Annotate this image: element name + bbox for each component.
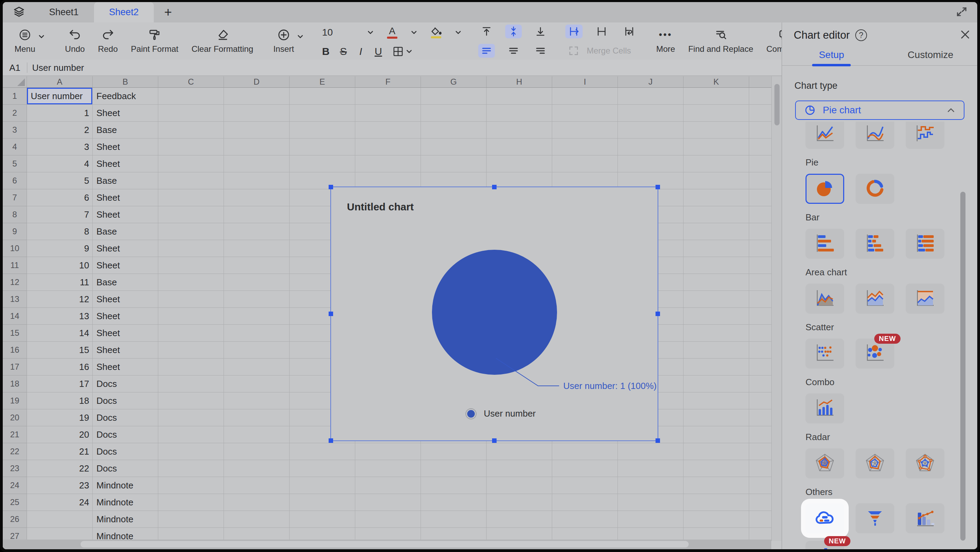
sheets-overview-button[interactable]: [3, 2, 34, 22]
cell-K12[interactable]: [684, 274, 749, 291]
cell-C12[interactable]: [158, 274, 224, 291]
cell-G5[interactable]: [421, 156, 487, 172]
row-header-23[interactable]: 23: [3, 460, 27, 477]
cell-A6[interactable]: 5: [27, 172, 92, 189]
cell-B4[interactable]: Sheet: [92, 138, 158, 156]
cell-C2[interactable]: [158, 105, 224, 122]
cell-A15[interactable]: 14: [27, 325, 92, 342]
cell-K6[interactable]: [684, 172, 749, 189]
cell-C19[interactable]: [158, 392, 224, 409]
cell-K3[interactable]: [684, 122, 749, 138]
italic-button[interactable]: I: [357, 46, 364, 57]
text-clip-button[interactable]: [593, 24, 610, 38]
cell-D9[interactable]: [224, 223, 290, 240]
cell-I2[interactable]: [552, 105, 618, 122]
cell-D23[interactable]: [224, 460, 290, 477]
chevron-down-icon[interactable]: [455, 30, 462, 35]
row-header-17[interactable]: 17: [3, 359, 27, 375]
row-header-24[interactable]: 24: [3, 477, 27, 494]
cell-H5[interactable]: [487, 156, 552, 172]
cell-G24[interactable]: [421, 477, 487, 494]
column-header-B[interactable]: B: [92, 76, 158, 88]
cell-J6[interactable]: [618, 172, 684, 189]
cell-H22[interactable]: [487, 443, 552, 460]
cell-L24[interactable]: [749, 477, 771, 494]
cell-B3[interactable]: Base: [92, 122, 158, 138]
chart-type-tile-area-stacked[interactable]: [856, 283, 894, 313]
expand-window-button[interactable]: [956, 2, 977, 22]
cell-A7[interactable]: 6: [27, 189, 92, 206]
chart-legend[interactable]: User number: [467, 408, 536, 419]
cell-D7[interactable]: [224, 189, 290, 206]
cell-D24[interactable]: [224, 477, 290, 494]
font-size-select[interactable]: 10: [322, 27, 374, 38]
cell-A22[interactable]: 21: [27, 443, 92, 460]
column-header-K[interactable]: K: [684, 76, 749, 88]
column-header-J[interactable]: J: [618, 76, 684, 88]
cell-K8[interactable]: [684, 206, 749, 223]
cell-C16[interactable]: [158, 342, 224, 359]
undo-button[interactable]: Undo: [59, 29, 91, 54]
cell-L12[interactable]: [749, 274, 771, 291]
cell-K5[interactable]: [684, 156, 749, 172]
cell-D13[interactable]: [224, 291, 290, 308]
cell-D11[interactable]: [224, 257, 290, 274]
align-right-button[interactable]: [532, 44, 549, 58]
cell-D17[interactable]: [224, 359, 290, 375]
cell-G26[interactable]: [421, 511, 487, 528]
cell-L9[interactable]: [749, 223, 771, 240]
cell-A9[interactable]: 8: [27, 223, 92, 240]
cell-K21[interactable]: [684, 426, 749, 443]
column-header-D[interactable]: D: [224, 76, 290, 88]
cell-F22[interactable]: [355, 443, 421, 460]
cell-D8[interactable]: [224, 206, 290, 223]
cell-B23[interactable]: Docs: [92, 460, 158, 477]
cell-L6[interactable]: [749, 172, 771, 189]
cell-D3[interactable]: [224, 122, 290, 138]
cell-C9[interactable]: [158, 223, 224, 240]
align-middle-button[interactable]: [505, 24, 522, 38]
cell-A17[interactable]: 16: [27, 359, 92, 375]
cell-K17[interactable]: [684, 359, 749, 375]
chart-type-tile-radar-marker[interactable]: [906, 449, 944, 479]
cell-B21[interactable]: Docs: [92, 426, 158, 443]
cell-L19[interactable]: [749, 392, 771, 409]
cell-A13[interactable]: 12: [27, 291, 92, 308]
cell-D22[interactable]: [224, 443, 290, 460]
row-header-8[interactable]: 8: [3, 206, 27, 223]
cell-reference-box[interactable]: A1: [3, 62, 27, 73]
chart-type-tile-bar[interactable]: [805, 229, 844, 259]
clear-formatting-button[interactable]: Clear Formatting: [185, 29, 260, 54]
cell-F6[interactable]: [355, 172, 421, 189]
cell-C15[interactable]: [158, 325, 224, 342]
cell-B14[interactable]: Sheet: [92, 308, 158, 325]
cell-L7[interactable]: [749, 189, 771, 206]
chart-type-tile-smooth[interactable]: [856, 122, 894, 149]
formula-input[interactable]: User number: [27, 62, 84, 73]
select-all-corner[interactable]: [3, 76, 27, 88]
cell-D18[interactable]: [224, 375, 290, 392]
chart-type-tile-bar-stacked[interactable]: [856, 229, 894, 259]
row-header-9[interactable]: 9: [3, 223, 27, 240]
vertical-scrollbar[interactable]: [771, 76, 782, 541]
cell-F3[interactable]: [355, 122, 421, 138]
cell-K13[interactable]: [684, 291, 749, 308]
find-replace-button[interactable]: Find and Replace: [682, 29, 760, 54]
cell-I23[interactable]: [552, 460, 618, 477]
cell-H3[interactable]: [487, 122, 552, 138]
cell-C13[interactable]: [158, 291, 224, 308]
row-header-16[interactable]: 16: [3, 342, 27, 359]
cell-B24[interactable]: Mindnote: [92, 477, 158, 494]
cell-A18[interactable]: 17: [27, 375, 92, 392]
cell-E5[interactable]: [290, 156, 355, 172]
cell-G25[interactable]: [421, 494, 487, 511]
cell-L25[interactable]: [749, 494, 771, 511]
cell-C7[interactable]: [158, 189, 224, 206]
cell-C4[interactable]: [158, 138, 224, 156]
cell-J3[interactable]: [618, 122, 684, 138]
cell-C6[interactable]: [158, 172, 224, 189]
cell-A16[interactable]: 15: [27, 342, 92, 359]
cell-H1[interactable]: [487, 88, 552, 105]
cell-G4[interactable]: [421, 138, 487, 156]
cell-A14[interactable]: 13: [27, 308, 92, 325]
